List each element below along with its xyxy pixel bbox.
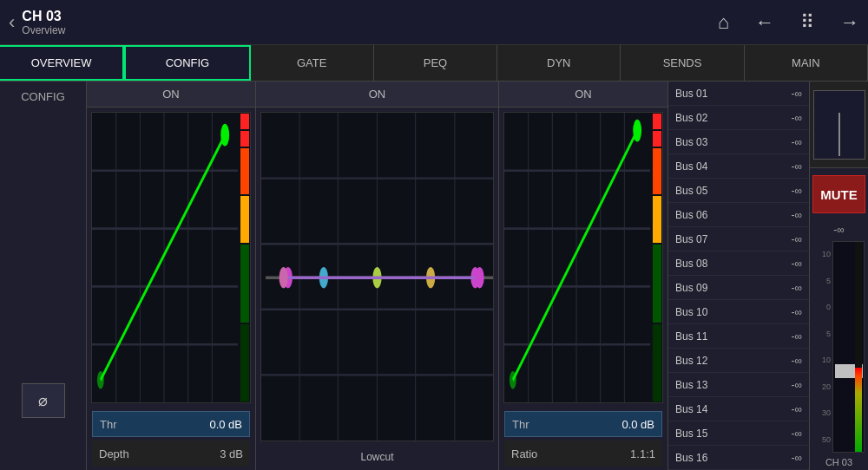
svg-point-43 — [633, 120, 641, 142]
back-icon[interactable]: ‹ — [9, 11, 15, 34]
dyn-on-row[interactable]: ON — [499, 82, 667, 108]
fader-track[interactable] — [832, 241, 865, 453]
sends-panel: Bus 01-∞Bus 02-∞Bus 03-∞Bus 04-∞Bus 05-∞… — [668, 82, 810, 470]
main-panel: MUTE -∞ 10 5 0 5 10 20 30 50 — [810, 82, 868, 470]
sends-row[interactable]: Bus 16-∞ — [668, 446, 809, 470]
fader-area: 10 5 0 5 10 20 30 50 — [810, 239, 868, 454]
svg-point-44 — [510, 371, 516, 389]
sends-row[interactable]: Bus 14-∞ — [668, 397, 809, 421]
fader-display — [813, 90, 865, 160]
svg-rect-0 — [92, 113, 238, 402]
tab-main[interactable]: MAIN — [745, 45, 868, 81]
peq-on-row[interactable]: ON — [256, 82, 498, 108]
gate-panel: ON — [87, 82, 256, 470]
ch-title: CH 03 — [22, 9, 717, 24]
sends-row[interactable]: Bus 07-∞ — [668, 227, 809, 251]
gate-on-row[interactable]: ON — [87, 82, 255, 108]
sends-row[interactable]: Bus 06-∞ — [668, 203, 809, 227]
dyn-panel: ON — [499, 82, 668, 470]
sends-row[interactable]: Bus 13-∞ — [668, 373, 809, 397]
sends-row[interactable]: Bus 10-∞ — [668, 300, 809, 324]
sends-row[interactable]: Bus 05-∞ — [668, 179, 809, 203]
gate-thr-row[interactable]: Thr 0.0 dB — [92, 411, 250, 437]
svg-point-30 — [279, 267, 288, 288]
home-icon[interactable]: ⌂ — [718, 11, 729, 34]
sends-row[interactable]: Bus 11-∞ — [668, 324, 809, 349]
tab-overview[interactable]: OVERVIEW — [0, 45, 124, 81]
svg-point-11 — [220, 124, 229, 147]
right-arrow-icon[interactable]: → — [840, 11, 859, 34]
tab-dyn[interactable]: DYN — [497, 45, 621, 81]
tab-bar: OVERVIEW CONFIG GATE PEQ DYN SENDS MAIN — [0, 45, 868, 82]
dyn-thr-row[interactable]: Thr 0.0 dB — [504, 411, 662, 437]
overview-subtitle: Overview — [22, 24, 717, 36]
grid-icon[interactable]: ⠿ — [800, 11, 814, 34]
tab-peq[interactable]: PEQ — [374, 45, 497, 81]
nav-icons: ⌂ ← ⠿ → — [718, 11, 859, 34]
sends-row[interactable]: Bus 01-∞ — [668, 82, 809, 106]
main-content: CONFIG ⌀ ON — [0, 82, 868, 470]
svg-point-31 — [475, 267, 483, 288]
dyn-ratio-row[interactable]: Ratio 1.1:1 — [504, 441, 662, 467]
sends-row[interactable]: Bus 12-∞ — [668, 349, 809, 373]
sends-row[interactable]: Bus 04-∞ — [668, 154, 809, 179]
peq-panel: ON — [256, 82, 499, 470]
mute-button[interactable]: MUTE — [812, 175, 865, 213]
inf-label: -∞ — [810, 224, 868, 236]
svg-point-12 — [97, 371, 104, 389]
config-panel: CONFIG ⌀ — [0, 82, 87, 470]
config-label: CONFIG — [21, 90, 65, 103]
left-arrow-icon[interactable]: ← — [755, 11, 774, 34]
ch-label: CH 03 — [823, 454, 855, 470]
sends-row[interactable]: Bus 08-∞ — [668, 251, 809, 276]
tab-sends[interactable]: SENDS — [621, 45, 744, 81]
sends-list: Bus 01-∞Bus 02-∞Bus 03-∞Bus 04-∞Bus 05-∞… — [668, 82, 809, 470]
dyn-fields: Thr 0.0 dB Ratio 1.1:1 — [499, 408, 667, 470]
sends-row[interactable]: Bus 09-∞ — [668, 276, 809, 300]
sends-row[interactable]: Bus 15-∞ — [668, 421, 809, 446]
phase-button[interactable]: ⌀ — [22, 383, 65, 418]
tab-gate[interactable]: GATE — [251, 45, 374, 81]
lowcut-label: Lowcut — [256, 446, 498, 470]
fader-scale: 10 5 0 5 10 20 30 50 — [813, 241, 832, 453]
sends-row[interactable]: Bus 03-∞ — [668, 130, 809, 154]
dyn-graph[interactable] — [504, 113, 650, 402]
sends-row[interactable]: Bus 02-∞ — [668, 106, 809, 130]
tab-config[interactable]: CONFIG — [124, 45, 250, 81]
header: ‹ CH 03 Overview ⌂ ← ⠿ → — [0, 0, 868, 45]
title-block: CH 03 Overview — [22, 9, 717, 36]
gate-fields: Thr 0.0 dB Depth 3 dB — [87, 408, 255, 470]
peq-graph[interactable] — [261, 113, 493, 441]
gate-graph[interactable] — [92, 113, 238, 402]
gate-depth-row[interactable]: Depth 3 dB — [92, 441, 250, 467]
svg-rect-32 — [504, 113, 650, 402]
